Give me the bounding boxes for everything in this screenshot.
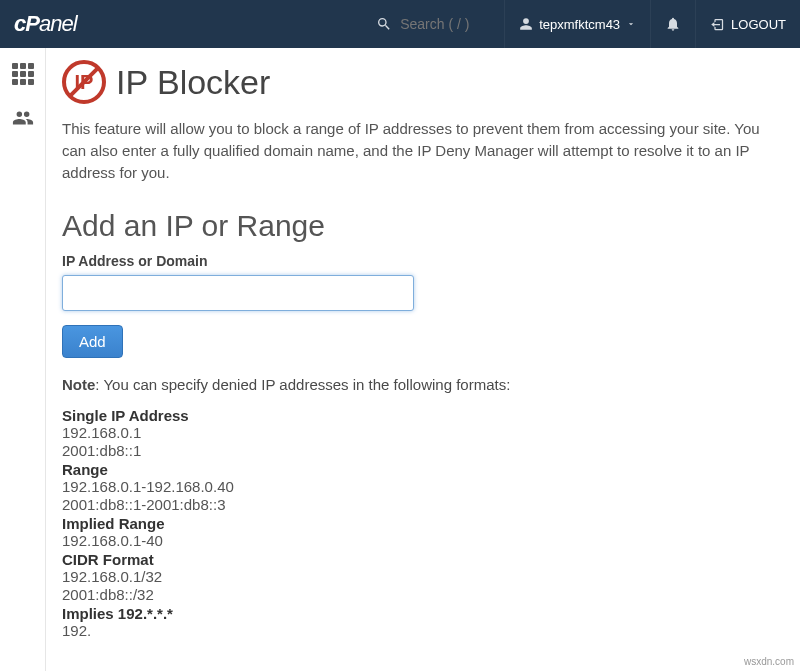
- format-cidr-v4: 192.168.0.1/32: [62, 568, 778, 585]
- bell-icon: [665, 16, 681, 32]
- ip-input[interactable]: [62, 275, 414, 311]
- watermark: wsxdn.com: [744, 656, 794, 667]
- section-title: Add an IP or Range: [62, 209, 778, 243]
- search-wrap[interactable]: [362, 16, 504, 32]
- format-single-label: Single IP Address: [62, 407, 778, 424]
- format-range-v6: 2001:db8::1-2001:db8::3: [62, 496, 778, 513]
- logout-icon: [710, 17, 725, 32]
- format-cidr-v6: 2001:db8::/32: [62, 586, 778, 603]
- format-single-v6: 2001:db8::1: [62, 442, 778, 459]
- format-cidr-label: CIDR Format: [62, 551, 778, 568]
- user-menu[interactable]: tepxmfktcm43: [504, 0, 650, 48]
- ip-field-label: IP Address or Domain: [62, 253, 778, 269]
- note-line: Note: You can specify denied IP addresse…: [62, 376, 778, 393]
- formats-list: Single IP Address 192.168.0.1 2001:db8::…: [62, 407, 778, 639]
- notifications-button[interactable]: [650, 0, 695, 48]
- search-icon: [376, 16, 392, 32]
- logo-rest: anel: [39, 11, 77, 36]
- user-icon: [519, 17, 533, 31]
- format-implied-v4: 192.168.0.1-40: [62, 532, 778, 549]
- users-icon: [10, 107, 36, 129]
- format-single-v4: 192.168.0.1: [62, 424, 778, 441]
- ip-blocker-icon: IP: [62, 60, 106, 104]
- page-title: IP Blocker: [116, 63, 270, 102]
- format-wildcard-label: Implies 192.*.*.*: [62, 605, 778, 622]
- chevron-down-icon: [626, 19, 636, 29]
- format-range-label: Range: [62, 461, 778, 478]
- page-title-row: IP IP Blocker: [62, 60, 778, 104]
- note-text: : You can specify denied IP addresses in…: [95, 376, 510, 393]
- logo[interactable]: cPanel: [0, 11, 95, 37]
- topbar: cPanel tepxmfktcm43 LOGOUT: [0, 0, 800, 48]
- search-input[interactable]: [400, 16, 490, 32]
- sidebar-users[interactable]: [9, 106, 37, 130]
- logout-button[interactable]: LOGOUT: [695, 0, 800, 48]
- grid-icon: [12, 63, 34, 85]
- add-button[interactable]: Add: [62, 325, 123, 358]
- note-prefix: Note: [62, 376, 95, 393]
- format-range-v4: 192.168.0.1-192.168.0.40: [62, 478, 778, 495]
- format-wildcard-ex: 192.: [62, 622, 778, 639]
- format-implied-label: Implied Range: [62, 515, 778, 532]
- logo-main: cP: [14, 11, 39, 36]
- content: IP IP Blocker This feature will allow yo…: [46, 48, 800, 671]
- username-label: tepxmfktcm43: [539, 17, 620, 32]
- sidebar: [0, 48, 46, 671]
- sidebar-apps[interactable]: [9, 62, 37, 86]
- page-description: This feature will allow you to block a r…: [62, 118, 778, 183]
- logout-label: LOGOUT: [731, 17, 786, 32]
